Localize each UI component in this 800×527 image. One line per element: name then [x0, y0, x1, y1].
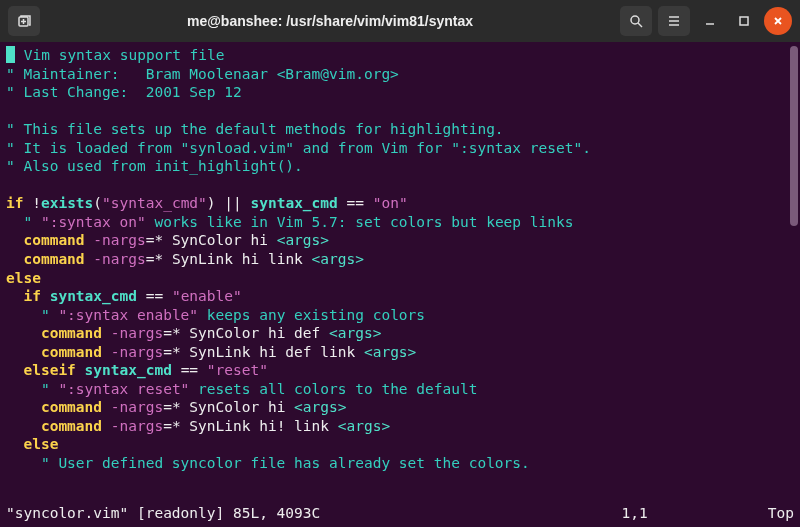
status-percent: Top [768, 504, 794, 523]
code-line: " Also used from init_highlight(). [6, 157, 794, 176]
cursor [6, 46, 15, 63]
terminal-viewport[interactable]: Vim syntax support file " Maintainer: Br… [0, 42, 800, 527]
search-button[interactable] [620, 6, 652, 36]
titlebar-right [620, 6, 792, 36]
code-line: " ":syntax enable" keeps any existing co… [6, 306, 794, 325]
code-line: command -nargs=* SynColor hi <args> [6, 398, 794, 417]
code-line: else [6, 269, 794, 288]
close-button[interactable] [764, 7, 792, 35]
code-line: " ":syntax on" works like in Vim 5.7: se… [6, 213, 794, 232]
minimize-button[interactable] [696, 7, 724, 35]
menu-button[interactable] [658, 6, 690, 36]
code-line: " ":syntax reset" resets all colors to t… [6, 380, 794, 399]
status-position: 1,1 [622, 504, 768, 523]
svg-rect-2 [740, 17, 748, 25]
vim-status-line: "syncolor.vim" [readonly] 85L, 4093C 1,1… [0, 504, 800, 523]
status-file: "syncolor.vim" [readonly] 85L, 4093C [6, 504, 320, 523]
code-line: Vim syntax support file [6, 46, 794, 65]
code-line: command -nargs=* SynColor hi <args> [6, 231, 794, 250]
new-tab-button[interactable] [8, 6, 40, 36]
code-line: else [6, 435, 794, 454]
svg-point-1 [631, 16, 639, 24]
titlebar: me@banshee: /usr/share/vim/vim81/syntax [0, 0, 800, 42]
titlebar-left [8, 6, 40, 36]
code-line: " It is loaded from "synload.vim" and fr… [6, 139, 794, 158]
code-line: if !exists("syntax_cmd") || syntax_cmd =… [6, 194, 794, 213]
maximize-button[interactable] [730, 7, 758, 35]
code-line: command -nargs=* SynLink hi! link <args> [6, 417, 794, 436]
scrollbar-thumb[interactable] [790, 46, 798, 226]
code-line: " User defined syncolor file has already… [6, 454, 794, 473]
code-line: if syntax_cmd == "enable" [6, 287, 794, 306]
code-line: command -nargs=* SynLink hi def link <ar… [6, 343, 794, 362]
code-line: command -nargs=* SynLink hi link <args> [6, 250, 794, 269]
code-line: " Last Change: 2001 Sep 12 [6, 83, 794, 102]
code-line: elseif syntax_cmd == "reset" [6, 361, 794, 380]
code-line: " This file sets up the default methods … [6, 120, 794, 139]
code-line: " Maintainer: Bram Moolenaar <Bram@vim.o… [6, 65, 794, 84]
blank-line [6, 176, 794, 195]
blank-line [6, 102, 794, 121]
window-title: me@banshee: /usr/share/vim/vim81/syntax [46, 13, 614, 29]
code-line: command -nargs=* SynColor hi def <args> [6, 324, 794, 343]
